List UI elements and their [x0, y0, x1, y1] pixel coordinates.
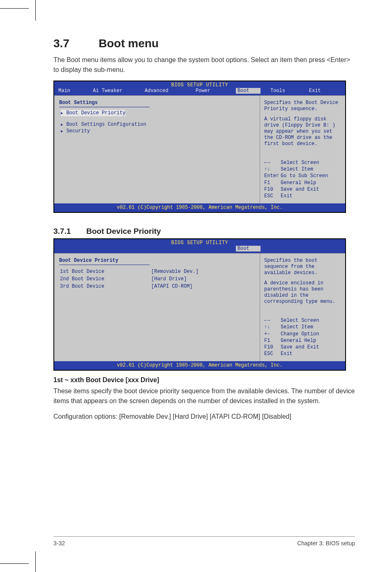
- paragraph-1: These items specify the boot device prio…: [53, 386, 355, 406]
- bios-title: BIOS SETUP UTILITY: [54, 239, 345, 246]
- subsection-number: 3.7.1: [53, 227, 86, 236]
- key-f10: F10: [264, 186, 281, 193]
- menu-label: Boot Settings Configuration: [66, 122, 146, 127]
- tab-exit[interactable]: Exit: [309, 88, 330, 94]
- key-desc: Exit: [281, 193, 293, 199]
- tab-tools[interactable]: Tools: [270, 88, 299, 94]
- bios-screenshot-priority: BIOS SETUP UTILITY . . . . Boot Boot Dev…: [53, 238, 346, 371]
- key-esc: ESC: [264, 351, 281, 357]
- tab-main[interactable]: Main: [58, 88, 83, 94]
- row-key: 3rd Boot Device: [60, 283, 150, 290]
- key-desc: Select Screen: [281, 318, 319, 323]
- arrows-ud-icon: ↑↓: [264, 166, 281, 173]
- row-key: 1st Boot Device: [60, 268, 150, 275]
- crop-mark-vertical: [35, 0, 36, 21]
- help-text-2: A device enclosed in parenthesis has bee…: [264, 280, 341, 305]
- key-legend: ←→Select Screen ↑↓Select Item EnterGo to…: [264, 159, 341, 199]
- key-f1: F1: [264, 180, 281, 186]
- footer-divider: [53, 536, 355, 537]
- menu-boot-device-priority[interactable]: Boot Device Priority: [61, 110, 125, 116]
- key-legend: ←→Select Screen ↑↓Select Item +-Change O…: [264, 317, 341, 357]
- bios-left-panel: Boot Settings Boot Device Priority Boot …: [54, 96, 260, 203]
- bios-screenshot-bootmenu: BIOS SETUP UTILITY Main Ai Tweaker Advan…: [53, 81, 346, 213]
- key-esc: ESC: [264, 193, 281, 199]
- bios-footer: v02.61 (C)Copyright 1985-2008, American …: [54, 203, 345, 212]
- help-text-2: A virtual floppy disk drive (Floppy Driv…: [264, 116, 341, 147]
- tab-power[interactable]: Power: [196, 88, 226, 94]
- bios-tabs: Main Ai Tweaker Advanced Power Boot Tool…: [54, 88, 345, 95]
- crop-mark-horizontal: [0, 8, 29, 9]
- key-desc: General Help: [281, 338, 316, 344]
- divider: [59, 107, 150, 107]
- key-f1: F1: [264, 337, 281, 344]
- crop-mark-vertical: [35, 551, 36, 572]
- divider: [59, 265, 150, 265]
- menu-label: Security: [66, 128, 90, 134]
- subsection-title: Boot Device Priority: [86, 227, 161, 235]
- bios-left-panel: Boot Device Priority 1st Boot Device [Re…: [54, 254, 260, 361]
- help-text: Specifies the Boot Device Priority seque…: [264, 100, 341, 112]
- key-desc: Save and Exit: [281, 187, 319, 192]
- key-desc: Go to Sub Screen: [281, 173, 328, 179]
- row-key: 2nd Boot Device: [60, 276, 150, 282]
- tab-advanced[interactable]: Advanced: [145, 88, 186, 94]
- table-row[interactable]: 3rd Boot Device [ATAPI CD-ROM]: [60, 283, 198, 290]
- menu-security[interactable]: Security: [61, 128, 255, 134]
- page-content: 3.7Boot menu The Boot menu items allow y…: [53, 37, 355, 547]
- help-text: Specifies the boot sequence from the ava…: [264, 258, 341, 276]
- key-desc: General Help: [281, 180, 316, 186]
- section-title: Boot menu: [99, 37, 159, 50]
- menu-label: Boot Device Priority: [66, 110, 125, 116]
- key-desc: Select Item: [281, 166, 313, 172]
- chapter-title: Chapter 3: BIOS setup: [297, 540, 355, 547]
- tab-ai-tweaker[interactable]: Ai Tweaker: [93, 88, 135, 94]
- subsection-heading: 3.7.1Boot Device Priority: [53, 227, 355, 236]
- boot-device-table: 1st Boot Device [Removable Dev.] 2nd Boo…: [59, 268, 199, 291]
- section-number: 3.7: [53, 37, 99, 50]
- arrows-ud-icon: ↑↓: [264, 324, 281, 330]
- boot-settings-heading: Boot Settings: [59, 100, 255, 106]
- boot-priority-heading: Boot Device Priority: [59, 258, 255, 263]
- arrows-lr-icon: ←→: [264, 317, 281, 324]
- bios-title: BIOS SETUP UTILITY: [54, 81, 345, 88]
- crop-mark-horizontal: [0, 563, 29, 564]
- bios-tabs: . . . . Boot: [54, 246, 345, 253]
- intro-paragraph: The Boot menu items allow you to change …: [53, 55, 355, 75]
- tab-boot[interactable]: Boot: [236, 246, 261, 251]
- key-enter: Enter: [264, 173, 281, 179]
- page-number: 3-32: [53, 540, 65, 547]
- tab-boot[interactable]: Boot: [236, 88, 261, 94]
- bios-footer: v02.61 (C)Copyright 1985-2008, American …: [54, 361, 345, 370]
- key-desc: Exit: [281, 351, 293, 357]
- paragraph-2: Configuration options: [Removable Dev.] …: [53, 412, 355, 422]
- table-row[interactable]: 1st Boot Device [Removable Dev.]: [60, 268, 198, 275]
- bios-help-panel: Specifies the boot sequence from the ava…: [260, 254, 345, 361]
- key-desc: Select Item: [281, 324, 313, 330]
- row-value: [Removable Dev.]: [151, 268, 198, 275]
- page-footer: 3-32 Chapter 3: BIOS setup: [53, 540, 355, 547]
- row-value: [Hard Drive]: [151, 276, 198, 282]
- key-desc: Save and Exit: [281, 344, 319, 350]
- bios-help-panel: Specifies the Boot Device Priority seque…: [260, 96, 345, 203]
- paragraph-heading: 1st ~ xxth Boot Device [xxx Drive]: [53, 376, 355, 384]
- key-desc: Select Screen: [281, 160, 319, 166]
- menu-boot-settings-config[interactable]: Boot Settings Configuration: [61, 121, 255, 128]
- row-value: [ATAPI CD-ROM]: [151, 283, 198, 290]
- key-f10: F10: [264, 344, 281, 351]
- section-heading: 3.7Boot menu: [53, 37, 355, 50]
- arrows-lr-icon: ←→: [264, 159, 281, 166]
- key-desc: Change Option: [281, 331, 319, 337]
- table-row[interactable]: 2nd Boot Device [Hard Drive]: [60, 276, 198, 282]
- key-plusminus: +-: [264, 331, 281, 337]
